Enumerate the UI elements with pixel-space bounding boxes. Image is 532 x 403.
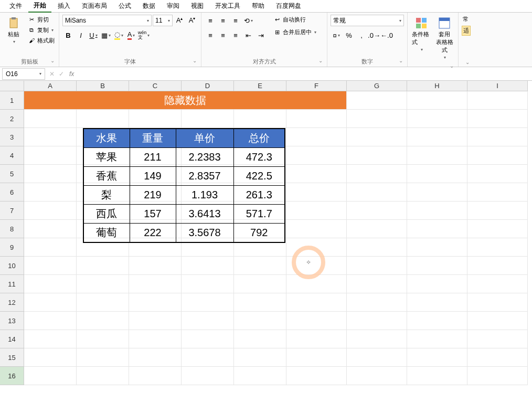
underline-button[interactable]: U <box>88 29 99 41</box>
cell[interactable] <box>182 330 234 348</box>
italic-button[interactable]: I <box>75 29 87 41</box>
cell[interactable] <box>182 275 234 293</box>
col-header-G[interactable]: G <box>347 81 407 91</box>
cell[interactable] <box>467 146 528 165</box>
percent-button[interactable]: % <box>343 29 355 41</box>
cell[interactable] <box>129 257 182 275</box>
cell[interactable] <box>467 257 528 275</box>
confirm-icon[interactable]: ✓ <box>57 70 66 78</box>
cell[interactable] <box>347 330 407 348</box>
row-header-14[interactable]: 14 <box>0 330 24 348</box>
col-header-F[interactable]: F <box>286 81 347 91</box>
cell[interactable] <box>24 165 77 183</box>
fx-icon[interactable]: fx <box>66 70 77 78</box>
menu-数据[interactable]: 数据 <box>137 0 161 12</box>
align-middle-button[interactable]: ≡ <box>217 15 229 26</box>
cell[interactable] <box>24 275 77 293</box>
table-cell[interactable]: 157 <box>130 205 176 224</box>
row-header-5[interactable]: 5 <box>0 165 24 183</box>
col-header-B[interactable]: B <box>77 81 129 91</box>
table-cell[interactable]: 792 <box>233 224 285 243</box>
cell[interactable] <box>467 348 528 367</box>
cell[interactable] <box>24 220 77 238</box>
menu-公式[interactable]: 公式 <box>113 0 136 12</box>
table-cell[interactable]: 422.5 <box>233 167 285 186</box>
cell[interactable] <box>286 348 347 367</box>
cell[interactable] <box>467 110 528 128</box>
cell[interactable] <box>407 183 467 202</box>
row-header-8[interactable]: 8 <box>0 220 24 238</box>
cell[interactable] <box>407 220 467 238</box>
row-header-9[interactable]: 9 <box>0 238 24 257</box>
cell[interactable] <box>234 275 286 293</box>
formula-input[interactable] <box>77 68 532 80</box>
row-header-10[interactable]: 10 <box>0 257 24 275</box>
cell[interactable] <box>182 312 234 330</box>
cell[interactable] <box>24 348 77 367</box>
cell[interactable] <box>407 312 467 330</box>
cell[interactable] <box>129 348 182 367</box>
cell[interactable] <box>467 367 528 385</box>
menu-百度网盘[interactable]: 百度网盘 <box>271 0 306 12</box>
table-header[interactable]: 重量 <box>130 129 176 148</box>
align-left-button[interactable]: ≡ <box>205 29 216 41</box>
align-center-button[interactable]: ≡ <box>217 29 229 41</box>
menu-视图[interactable]: 视图 <box>186 0 209 12</box>
cell[interactable] <box>347 367 407 385</box>
row-header-2[interactable]: 2 <box>0 110 24 128</box>
format-painter-button[interactable]: 🖌格式刷 <box>26 36 56 45</box>
merge-center-button[interactable]: ⊞合并后居中 <box>272 27 317 37</box>
cell[interactable] <box>407 128 467 146</box>
cell[interactable] <box>24 330 77 348</box>
row-header-3[interactable]: 3 <box>0 128 24 146</box>
cell[interactable] <box>467 165 528 183</box>
menu-审阅[interactable]: 审阅 <box>162 0 185 12</box>
decrease-font-button[interactable]: A▾ <box>186 15 198 26</box>
table-header[interactable]: 单价 <box>176 129 233 148</box>
menu-页面布局[interactable]: 页面布局 <box>77 0 112 12</box>
cell[interactable] <box>182 257 234 275</box>
cell[interactable] <box>24 183 77 202</box>
cell[interactable] <box>77 312 129 330</box>
cell[interactable] <box>347 312 407 330</box>
cell[interactable] <box>77 348 129 367</box>
cell[interactable] <box>286 293 347 312</box>
cell[interactable] <box>24 367 77 385</box>
cell[interactable] <box>347 257 407 275</box>
cell[interactable] <box>234 367 286 385</box>
cell[interactable] <box>347 293 407 312</box>
col-header-H[interactable]: H <box>407 81 467 91</box>
cell[interactable] <box>467 183 528 202</box>
cell[interactable] <box>129 367 182 385</box>
cell[interactable] <box>234 293 286 312</box>
accounting-format-button[interactable]: ¤ <box>331 29 342 41</box>
row-header-11[interactable]: 11 <box>0 275 24 293</box>
cell[interactable] <box>182 348 234 367</box>
increase-decimal-button[interactable]: .0→ <box>368 29 380 41</box>
cell[interactable] <box>467 275 528 293</box>
cell[interactable] <box>234 330 286 348</box>
name-box[interactable]: O16▾ <box>2 68 45 80</box>
table-cell[interactable]: 219 <box>130 186 176 205</box>
cell[interactable] <box>407 238 467 257</box>
cell[interactable] <box>77 275 129 293</box>
number-format-select[interactable]: 常规▾ <box>331 15 404 26</box>
cell[interactable] <box>467 293 528 312</box>
col-header-E[interactable]: E <box>234 81 286 91</box>
cell[interactable] <box>347 220 407 238</box>
cell[interactable] <box>77 257 129 275</box>
cell[interactable] <box>24 293 77 312</box>
cell[interactable] <box>286 220 347 238</box>
menu-开始[interactable]: 开始 <box>28 0 51 13</box>
cell[interactable] <box>77 293 129 312</box>
cell[interactable] <box>347 128 407 146</box>
table-cell[interactable]: 149 <box>130 167 176 186</box>
table-cell[interactable]: 苹果 <box>83 148 130 167</box>
cell[interactable] <box>286 146 347 165</box>
cell[interactable] <box>467 312 528 330</box>
increase-font-button[interactable]: A▴ <box>174 15 185 26</box>
cell[interactable] <box>286 165 347 183</box>
row-header-1[interactable]: 1 <box>0 91 24 110</box>
cell[interactable] <box>234 348 286 367</box>
cell[interactable] <box>407 110 467 128</box>
